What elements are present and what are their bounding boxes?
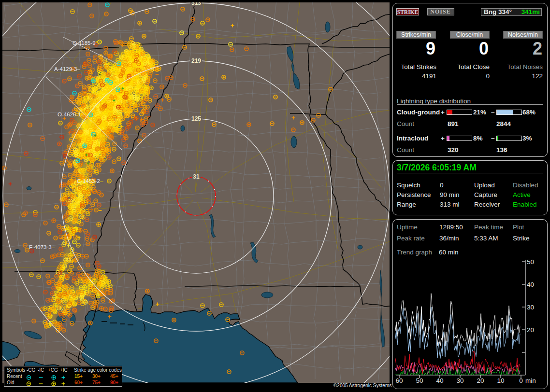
svg-text:min: min bbox=[525, 377, 536, 384]
svg-text:50: 50 bbox=[527, 258, 534, 266]
svg-text:30: 30 bbox=[527, 304, 534, 311]
svg-text:10: 10 bbox=[497, 377, 504, 384]
svg-text:40: 40 bbox=[436, 377, 443, 384]
svg-text:0: 0 bbox=[519, 377, 523, 384]
svg-text:40: 40 bbox=[527, 281, 534, 288]
svg-text:20: 20 bbox=[527, 326, 534, 334]
svg-text:50: 50 bbox=[416, 377, 423, 384]
svg-text:20: 20 bbox=[477, 377, 484, 384]
svg-text:30: 30 bbox=[456, 377, 463, 384]
svg-text:60: 60 bbox=[395, 377, 403, 384]
